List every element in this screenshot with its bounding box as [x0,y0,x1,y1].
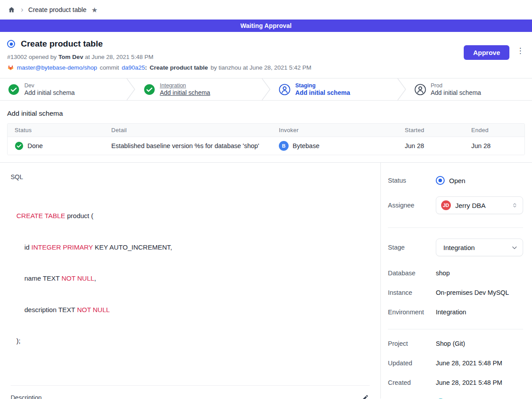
commit-word: commit [100,64,119,71]
description-divider [11,385,370,386]
database-value[interactable]: shop [436,270,450,277]
issue-meta-prefix: #13002 opened by [7,54,57,60]
task-started: Jun 28 [398,142,464,149]
col-invoker: Invoker [272,127,398,133]
stage-dev[interactable]: Dev Add initial schema [0,78,126,100]
chevron-down-icon [511,244,518,251]
stage-env-label: Staging [295,82,350,89]
commit-byline: by tianzhou at June 28, 2021 5:42 PM [211,64,311,71]
breadcrumb: › Create product table ★ [0,0,532,20]
assignee-avatar: JD [441,200,451,210]
assignee-value: Jerry DBA [455,202,507,209]
status-value: Open [449,177,466,184]
updated-row: Updated June 28, 2021 5:48 PM [388,360,523,367]
task-table-header: Status Detail Invoker Started Ended [8,124,524,137]
task-row[interactable]: Done Established baseline version %s for… [8,137,524,155]
task-section: Add initial schema Status Detail Invoker… [0,101,532,155]
issue-sidebar: Status Open Assignee JD Jerry DBA Stage … [380,163,532,399]
environment-value[interactable]: Integration [436,309,466,316]
issue-meta: #13002 opened by Tom Dev at June 28, 202… [7,54,311,60]
stage-select[interactable]: Integration [436,239,523,256]
task-heading: Add initial schema [7,110,525,117]
invoker-avatar: B [279,141,289,151]
check-circle-icon [15,141,23,150]
description-label: Description [11,394,42,399]
stage-env-label: Dev [24,82,75,89]
stage-task-label: Add initial schema [160,89,211,96]
stage-env-label: Integration [160,82,211,89]
status-label: Status [388,177,436,184]
col-status: Status [8,127,104,133]
col-ended: Ended [464,127,524,133]
issue-title: Create product table [21,39,103,49]
task-detail: Established baseline version %s for data… [104,142,272,149]
star-icon[interactable]: ★ [91,6,98,14]
approve-button[interactable]: Approve [464,45,509,60]
created-label: Created [388,379,436,386]
breadcrumb-page-title: Create product table [28,6,86,13]
stage-label: Stage [388,244,436,251]
stage-value: Integration [441,244,506,251]
stage-row: Stage Integration [388,239,523,256]
check-circle-icon [8,84,20,95]
sidebar-divider [388,329,523,329]
commit-message: Create product table [150,64,208,71]
assignee-select[interactable]: JD Jerry DBA [436,196,523,214]
edit-description-button[interactable] [360,393,370,399]
commit-colon: : [145,64,147,71]
created-row: Created June 28, 2021 5:48 PM [388,379,523,386]
issue-header: Create product table #13002 opened by To… [0,32,532,78]
home-icon[interactable] [7,5,16,14]
commit-hash-link[interactable]: da90a25 [122,64,145,71]
database-label: Database [388,270,436,277]
instance-value[interactable]: On-premises Dev MySQL [436,289,509,296]
stage-task-label: Add initial schema [295,89,350,96]
database-row: Database shop [388,270,523,277]
left-column: SQL CREATE TABLE product ( id INTEGER PR… [0,163,380,399]
approval-banner: Waiting Approval [0,20,532,32]
stage-separator [261,78,271,100]
issue-meta-time: at June 28, 2021 5:48 PM [85,54,153,60]
project-row: Project Shop (Git) [388,340,523,347]
sql-label: SQL [11,173,370,180]
pipeline-stages: Dev Add initial schema Integration Add i… [0,78,532,101]
person-circle-icon [279,84,290,95]
project-value[interactable]: Shop (Git) [436,340,465,347]
task-status: Done [27,142,43,149]
stage-prod[interactable]: Prod Add initial schema [407,78,532,100]
kebab-menu-icon[interactable]: ⋮ [516,45,525,56]
updated-label: Updated [388,360,436,367]
assignee-row: Assignee JD Jerry DBA [388,196,523,214]
main-content: SQL CREATE TABLE product ( id INTEGER PR… [0,163,532,399]
sql-line: id INTEGER PRIMARY KEY AUTO_INCREMENT, [16,242,370,253]
sql-code-block: CREATE TABLE product ( id INTEGER PRIMAR… [16,190,370,367]
breadcrumb-chevron-icon: › [21,6,23,13]
stage-task-label: Add initial schema [24,89,75,96]
issue-meta-author: Tom Dev [59,54,83,60]
approval-banner-text: Waiting Approval [240,22,292,29]
task-ended: Jun 28 [464,142,524,149]
status-row: Status Open [388,176,523,185]
col-detail: Detail [104,127,272,133]
issue-header-left: Create product table #13002 opened by To… [7,39,311,78]
instance-label: Instance [388,289,436,296]
header-actions: Approve ⋮ [464,45,525,78]
commit-branch-link[interactable]: master@bytebase-demo/shop [17,64,97,71]
issue-open-status-icon [7,40,15,48]
instance-row: Instance On-premises Dev MySQL [388,289,523,296]
created-value: June 28, 2021 5:48 PM [436,379,502,386]
stage-env-label: Prod [431,82,481,89]
col-started: Started [398,127,464,133]
stage-staging[interactable]: Staging Add initial schema [271,78,397,100]
stage-task-label: Add initial schema [431,89,481,96]
open-status-icon [436,176,445,185]
check-circle-icon [144,84,155,95]
up-down-chevron-icon [511,202,518,209]
task-table: Status Detail Invoker Started Ended Done… [7,123,525,155]
sql-line: description TEXT NOT NULL [16,305,370,315]
task-invoker: Bytebase [293,142,319,149]
person-circle-icon [415,84,426,95]
stage-integration[interactable]: Integration Add initial schema [136,78,262,100]
environment-row: Environment Integration [388,309,523,316]
project-label: Project [388,340,436,347]
